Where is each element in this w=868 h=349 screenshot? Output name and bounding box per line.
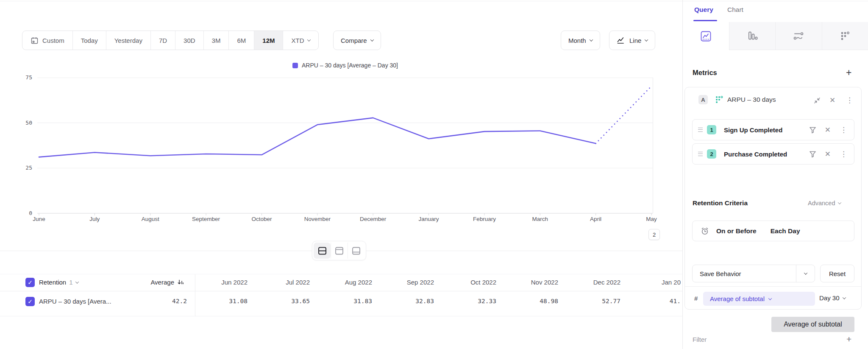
date-range-segmented-control: Custom Today Yesterday 7D 30D 3M 6M 12M … (22, 31, 319, 50)
chevron-down-icon (370, 38, 373, 41)
x-tick-label: May (646, 216, 657, 222)
date-range-label: Custom (42, 37, 64, 44)
y-axis-labels: 7550250 (17, 78, 32, 218)
date-range-12m-selected[interactable]: 12M (254, 31, 283, 50)
event-number-badge: 1 (707, 125, 716, 134)
average-column-header[interactable]: Average (132, 279, 174, 286)
date-range-custom[interactable]: Custom (22, 31, 72, 50)
chevron-down-icon (307, 38, 311, 41)
line-chart-plot[interactable] (37, 78, 653, 216)
retention-criteria-title: Retention Criteria (693, 199, 748, 207)
group-count: 1 (69, 279, 72, 286)
layout-split-view-button[interactable] (314, 243, 331, 259)
y-tick-label: 25 (17, 165, 32, 171)
chevron-down-icon (589, 38, 593, 41)
tooltip: Average of subtotal (771, 317, 854, 332)
month-column-header[interactable]: Jan 20 (626, 279, 681, 286)
filter-funnel-icon[interactable] (809, 151, 816, 158)
date-range-6m[interactable]: 6M (228, 31, 254, 50)
table-group-header[interactable]: Retention 1 (39, 279, 78, 286)
kebab-menu-icon[interactable]: ⋮ (840, 126, 847, 134)
retention-dots-icon (840, 31, 851, 42)
retention-dots-icon (715, 95, 724, 104)
filter-funnel-icon[interactable] (809, 126, 816, 134)
x-tick-label: February (473, 216, 496, 222)
annotation-badge[interactable]: 2 (648, 229, 660, 240)
chart-type-line-tab[interactable] (683, 22, 729, 50)
close-icon[interactable]: ✕ (829, 96, 835, 105)
chevron-down-icon (768, 296, 772, 300)
date-range-7d[interactable]: 7D (150, 31, 175, 50)
compare-button[interactable]: Compare (333, 31, 381, 50)
event-name: Purchase Completed (724, 151, 809, 158)
drag-handle-icon[interactable] (698, 128, 703, 132)
event-row-purchase[interactable]: 2 Purchase Completed ✕ ⋮ (692, 143, 854, 165)
chart-type-retention-tab[interactable] (822, 22, 868, 50)
advanced-dropdown[interactable]: Advanced (808, 200, 841, 207)
check-icon: ✓ (28, 279, 33, 286)
sidebar-left-border (682, 0, 683, 349)
close-icon[interactable]: ✕ (825, 150, 831, 159)
chart-legend[interactable]: ARPU – 30 days [Average – Day 30] (37, 62, 653, 69)
date-range-yesterday[interactable]: Yesterday (106, 31, 150, 50)
day-selector[interactable]: Day 30 (819, 294, 846, 302)
date-range-xtd[interactable]: XTD (283, 31, 318, 50)
line-chart-icon (700, 31, 712, 42)
month-cell-value: 31.08 (192, 298, 248, 304)
line-chart-icon (617, 36, 626, 45)
retention-group-checkbox[interactable]: ✓ (25, 278, 35, 287)
legend-swatch (292, 63, 298, 68)
measure-type-hash: # (694, 295, 698, 302)
criteria-condition[interactable]: On or Before (716, 227, 757, 235)
legend-label: ARPU – 30 days [Average – Day 30] (302, 62, 398, 69)
month-column-header[interactable]: Nov 2022 (503, 279, 558, 286)
x-tick-label: June (33, 216, 45, 222)
card-divider (685, 286, 861, 287)
layout-chart-view-button[interactable] (331, 243, 348, 259)
date-range-30d[interactable]: 30D (175, 31, 203, 50)
save-dropdown-toggle[interactable] (796, 265, 815, 282)
drag-handle-icon[interactable] (698, 152, 703, 156)
close-icon[interactable]: ✕ (825, 126, 831, 134)
tab-chart[interactable]: Chart (727, 6, 743, 14)
x-tick-label: April (590, 216, 601, 222)
x-tick-label: July (89, 216, 100, 222)
table-header-border (0, 291, 682, 291)
measure-selector-pill[interactable]: Average of subtotal (703, 292, 815, 306)
chart-type-flow-tab[interactable] (775, 22, 822, 50)
metric-row-name[interactable]: ARPU – 30 days [Avera... (39, 298, 111, 305)
criteria-interval[interactable]: Each Day (771, 227, 800, 235)
tab-query[interactable]: Query (694, 6, 713, 14)
month-cell-value: 48.98 (503, 298, 558, 304)
month-column-header[interactable]: Jun 2022 (192, 279, 248, 286)
add-filter-button[interactable]: + (846, 335, 851, 343)
month-column-header[interactable]: Sep 2022 (379, 279, 434, 286)
retention-criteria-row[interactable]: On or Before Each Day (692, 221, 854, 241)
reset-button[interactable]: Reset (820, 265, 854, 282)
month-column-header[interactable]: Oct 2022 (441, 279, 496, 286)
collapse-icon[interactable] (813, 97, 821, 104)
x-tick-label: October (251, 216, 272, 222)
sort-icon[interactable] (177, 279, 184, 286)
add-metric-button[interactable]: + (846, 68, 851, 78)
metric-name[interactable]: ARPU – 30 days (727, 96, 776, 103)
date-range-3m[interactable]: 3M (203, 31, 229, 50)
layout-table-view-button[interactable] (348, 243, 364, 259)
month-column-header[interactable]: Dec 2022 (565, 279, 620, 286)
kebab-menu-icon[interactable]: ⋮ (840, 150, 847, 159)
month-cell-value: 31.83 (317, 298, 372, 304)
event-row-signup[interactable]: 1 Sign Up Completed ✕ ⋮ (692, 119, 854, 140)
date-range-today[interactable]: Today (72, 31, 106, 50)
month-column-header[interactable]: Jul 2022 (255, 279, 310, 286)
month-cell-value: 33.65 (255, 298, 310, 304)
kebab-menu-icon[interactable]: ⋮ (846, 96, 853, 105)
month-cell-value: 52.77 (565, 298, 620, 304)
y-tick-label: 50 (17, 120, 32, 126)
metric-row-checkbox[interactable]: ✓ (25, 297, 35, 306)
month-column-header[interactable]: Aug 2022 (317, 279, 372, 286)
chart-type-button[interactable]: Line (609, 31, 655, 50)
save-behavior-button[interactable]: Save Behavior (692, 265, 815, 282)
chart-type-bar-tab[interactable] (729, 22, 776, 50)
average-value: 42.2 (132, 298, 187, 304)
granularity-button[interactable]: Month (561, 31, 600, 50)
